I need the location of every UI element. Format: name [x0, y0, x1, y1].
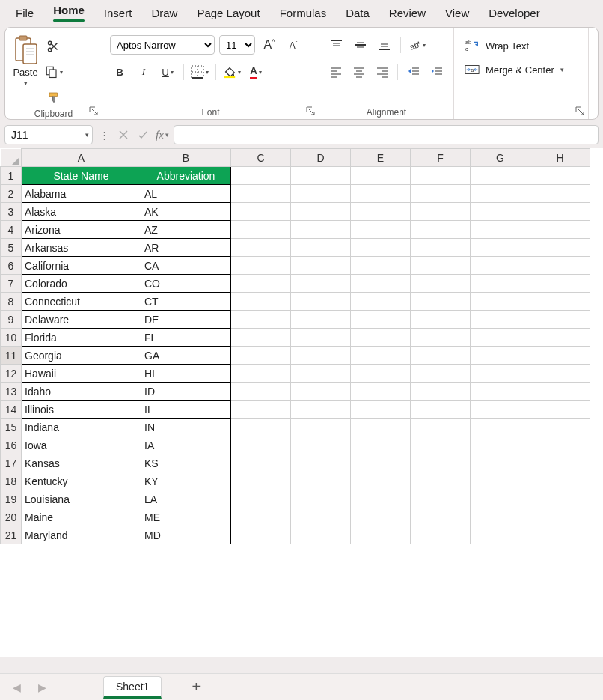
cell-F19[interactable]	[411, 490, 471, 508]
increase-font-button[interactable]: A^	[260, 35, 279, 55]
cell-A5[interactable]: Arkansas	[22, 239, 141, 257]
cell-C17[interactable]	[231, 454, 291, 472]
merge-center-button[interactable]: a Merge & Center ▾	[462, 61, 581, 79]
cell-G21[interactable]	[471, 526, 530, 544]
cell-A10[interactable]: Florida	[22, 329, 141, 347]
cell-F6[interactable]	[411, 257, 471, 275]
cell-D19[interactable]	[291, 490, 351, 508]
cell-F16[interactable]	[411, 436, 471, 454]
cell-D20[interactable]	[291, 508, 351, 526]
cell-G6[interactable]	[471, 257, 530, 275]
font-name-select[interactable]: Aptos Narrow	[110, 35, 215, 55]
row-header-1[interactable]: 1	[1, 167, 22, 185]
row-header-16[interactable]: 16	[1, 436, 22, 454]
row-header-2[interactable]: 2	[1, 185, 22, 203]
cell-A17[interactable]: Kansas	[22, 454, 141, 472]
cell-H21[interactable]	[530, 526, 590, 544]
cell-E14[interactable]	[351, 401, 411, 419]
borders-button[interactable]: ▾	[190, 62, 209, 82]
cell-H14[interactable]	[530, 401, 590, 419]
tab-formulas[interactable]: Formulas	[270, 2, 337, 24]
cell-C21[interactable]	[231, 526, 291, 544]
tab-home[interactable]: Home	[43, 0, 94, 26]
row-header-21[interactable]: 21	[1, 526, 22, 544]
cell-C19[interactable]	[231, 490, 291, 508]
cell-E17[interactable]	[351, 454, 411, 472]
tab-developer[interactable]: Developer	[479, 2, 549, 24]
cell-B7[interactable]: CO	[141, 275, 231, 293]
row-header-18[interactable]: 18	[1, 472, 22, 490]
tab-draw[interactable]: Draw	[141, 2, 187, 24]
cut-button[interactable]	[44, 37, 64, 56]
cell-G9[interactable]	[471, 311, 530, 329]
cell-E11[interactable]	[351, 347, 411, 365]
row-header-6[interactable]: 6	[1, 257, 22, 275]
cell-B10[interactable]: FL	[141, 329, 231, 347]
cell-D10[interactable]	[291, 329, 351, 347]
cell-B2[interactable]: AL	[141, 185, 231, 203]
cell-D16[interactable]	[291, 436, 351, 454]
sheet-nav-next[interactable]: ▶	[33, 681, 51, 693]
cell-F4[interactable]	[411, 221, 471, 239]
row-header-10[interactable]: 10	[1, 329, 22, 347]
increase-indent-button[interactable]	[427, 62, 446, 82]
row-header-13[interactable]: 13	[1, 383, 22, 401]
font-size-select[interactable]: 11	[219, 35, 255, 55]
cell-C18[interactable]	[231, 472, 291, 490]
cell-D3[interactable]	[291, 203, 351, 221]
cell-A7[interactable]: Colorado	[22, 275, 141, 293]
cell-C5[interactable]	[231, 239, 291, 257]
cell-E4[interactable]	[351, 221, 411, 239]
column-header-C[interactable]: C	[231, 149, 291, 167]
cell-A21[interactable]: Maryland	[22, 526, 141, 544]
cell-C20[interactable]	[231, 508, 291, 526]
cell-G20[interactable]	[471, 508, 530, 526]
cell-A13[interactable]: Idaho	[22, 383, 141, 401]
cell-G7[interactable]	[471, 275, 530, 293]
align-left-button[interactable]	[327, 62, 346, 82]
cell-E3[interactable]	[351, 203, 411, 221]
cell-E16[interactable]	[351, 436, 411, 454]
dialog-launcher-clipboard[interactable]	[88, 106, 99, 116]
cell-A15[interactable]: Indiana	[22, 419, 141, 436]
cell-A3[interactable]: Alaska	[22, 203, 141, 221]
cell-F17[interactable]	[411, 454, 471, 472]
cell-E1[interactable]	[351, 167, 411, 185]
cell-G12[interactable]	[471, 365, 530, 383]
column-header-D[interactable]: D	[291, 149, 351, 167]
cell-H6[interactable]	[530, 257, 590, 275]
formula-input[interactable]	[174, 125, 599, 144]
cell-B14[interactable]: IL	[141, 401, 231, 419]
row-header-20[interactable]: 20	[1, 508, 22, 526]
cell-F15[interactable]	[411, 419, 471, 436]
cell-H5[interactable]	[530, 239, 590, 257]
add-sheet-button[interactable]: +	[192, 678, 201, 696]
cell-G4[interactable]	[471, 221, 530, 239]
cell-H2[interactable]	[530, 185, 590, 203]
cell-C11[interactable]	[231, 347, 291, 365]
cell-D9[interactable]	[291, 311, 351, 329]
cell-G19[interactable]	[471, 490, 530, 508]
cell-C12[interactable]	[231, 365, 291, 383]
row-header-17[interactable]: 17	[1, 454, 22, 472]
cell-F1[interactable]	[411, 167, 471, 185]
cell-F2[interactable]	[411, 185, 471, 203]
cell-G13[interactable]	[471, 383, 530, 401]
align-bottom-button[interactable]	[375, 35, 394, 55]
cell-C8[interactable]	[231, 293, 291, 311]
cell-H20[interactable]	[530, 508, 590, 526]
cell-C9[interactable]	[231, 311, 291, 329]
cell-B15[interactable]: IN	[141, 419, 231, 436]
cell-B20[interactable]: ME	[141, 508, 231, 526]
cell-G18[interactable]	[471, 472, 530, 490]
cell-E13[interactable]	[351, 383, 411, 401]
tab-file[interactable]: File	[6, 2, 43, 24]
cell-H7[interactable]	[530, 275, 590, 293]
cell-A8[interactable]: Connecticut	[22, 293, 141, 311]
cell-H16[interactable]	[530, 436, 590, 454]
fill-color-button[interactable]: ▾	[222, 62, 242, 82]
cell-B1[interactable]: Abbreviation	[141, 167, 231, 185]
cell-F18[interactable]	[411, 472, 471, 490]
cell-F21[interactable]	[411, 526, 471, 544]
cell-E7[interactable]	[351, 275, 411, 293]
